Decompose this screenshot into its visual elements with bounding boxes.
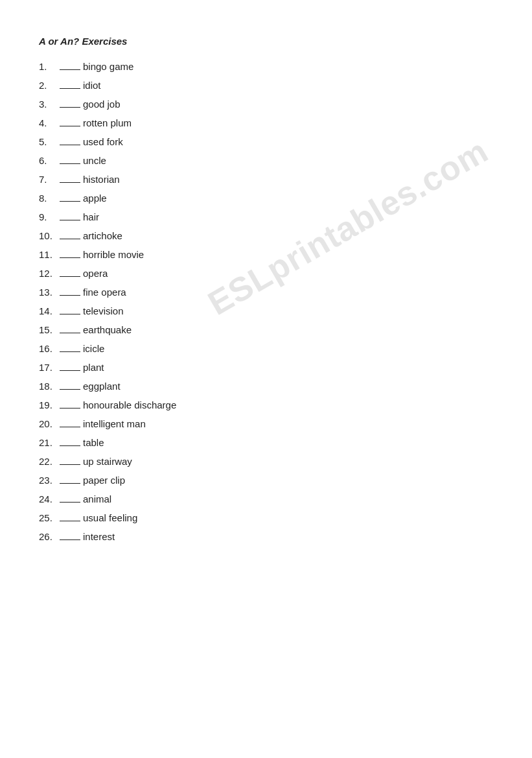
answer-blank[interactable]	[60, 333, 80, 333]
item-number: 17.	[39, 362, 60, 373]
answer-blank[interactable]	[60, 521, 80, 521]
item-text: hair	[83, 211, 99, 222]
list-item: 8.apple	[39, 193, 493, 204]
item-number: 8.	[39, 193, 60, 204]
item-text: idiot	[83, 80, 101, 91]
item-text: animal	[83, 493, 111, 504]
item-number: 12.	[39, 268, 60, 279]
list-item: 20.intelligent man	[39, 418, 493, 429]
item-number: 1.	[39, 61, 60, 72]
answer-blank[interactable]	[60, 370, 80, 371]
item-text: paper clip	[83, 475, 125, 486]
item-number: 18.	[39, 381, 60, 392]
answer-blank[interactable]	[60, 539, 80, 540]
list-item: 21.table	[39, 437, 493, 448]
item-number: 13.	[39, 287, 60, 298]
list-item: 2.idiot	[39, 80, 493, 91]
answer-blank[interactable]	[60, 220, 80, 220]
answer-blank[interactable]	[60, 182, 80, 183]
list-item: 15.earthquake	[39, 324, 493, 335]
answer-blank[interactable]	[60, 464, 80, 465]
item-text: intelligent man	[83, 418, 146, 429]
item-text: bingo game	[83, 61, 133, 72]
answer-blank[interactable]	[60, 351, 80, 352]
answer-blank[interactable]	[60, 389, 80, 390]
list-item: 14.television	[39, 305, 493, 316]
answer-blank[interactable]	[60, 445, 80, 446]
answer-blank[interactable]	[60, 107, 80, 108]
answer-blank[interactable]	[60, 126, 80, 126]
answer-blank[interactable]	[60, 201, 80, 202]
answer-blank[interactable]	[60, 427, 80, 427]
item-number: 7.	[39, 174, 60, 185]
item-number: 26.	[39, 531, 60, 542]
list-item: 19.honourable discharge	[39, 399, 493, 410]
item-number: 20.	[39, 418, 60, 429]
item-text: historian	[83, 174, 120, 185]
item-text: icicle	[83, 343, 104, 354]
item-text: plant	[83, 362, 104, 373]
item-text: used fork	[83, 136, 123, 147]
item-text: eggplant	[83, 381, 121, 392]
item-number: 19.	[39, 399, 60, 410]
list-item: 26.interest	[39, 531, 493, 542]
list-item: 1.bingo game	[39, 61, 493, 72]
item-text: artichoke	[83, 230, 122, 241]
answer-blank[interactable]	[60, 239, 80, 239]
item-number: 24.	[39, 493, 60, 504]
item-text: television	[83, 305, 124, 316]
item-text: rotten plum	[83, 117, 132, 128]
item-text: fine opera	[83, 287, 126, 298]
page: ESLprintables.com A or An? Exercises 1.b…	[0, 0, 532, 586]
answer-blank[interactable]	[60, 314, 80, 314]
answer-blank[interactable]	[60, 483, 80, 484]
list-item: 12.opera	[39, 268, 493, 279]
item-number: 10.	[39, 230, 60, 241]
item-text: table	[83, 437, 104, 448]
item-number: 11.	[39, 249, 60, 260]
list-item: 3.good job	[39, 99, 493, 110]
item-number: 16.	[39, 343, 60, 354]
list-item: 13.fine opera	[39, 287, 493, 298]
item-text: usual feeling	[83, 512, 137, 523]
answer-blank[interactable]	[60, 295, 80, 296]
item-number: 21.	[39, 437, 60, 448]
answer-blank[interactable]	[60, 276, 80, 277]
answer-blank[interactable]	[60, 145, 80, 145]
item-text: good job	[83, 99, 121, 110]
item-text: horrible movie	[83, 249, 144, 260]
list-item: 10.artichoke	[39, 230, 493, 241]
list-item: 6.uncle	[39, 155, 493, 166]
list-item: 4.rotten plum	[39, 117, 493, 128]
item-number: 2.	[39, 80, 60, 91]
answer-blank[interactable]	[60, 163, 80, 164]
item-text: apple	[83, 193, 107, 204]
item-number: 3.	[39, 99, 60, 110]
item-text: opera	[83, 268, 108, 279]
exercise-list: 1.bingo game2.idiot3.good job4.rotten pl…	[39, 61, 493, 542]
list-item: 9.hair	[39, 211, 493, 222]
item-number: 22.	[39, 456, 60, 467]
list-item: 5.used fork	[39, 136, 493, 147]
page-title: A or An? Exercises	[39, 36, 493, 47]
answer-blank[interactable]	[60, 69, 80, 70]
answer-blank[interactable]	[60, 257, 80, 258]
list-item: 18.eggplant	[39, 381, 493, 392]
item-number: 23.	[39, 475, 60, 486]
list-item: 24.animal	[39, 493, 493, 504]
item-number: 5.	[39, 136, 60, 147]
answer-blank[interactable]	[60, 88, 80, 89]
item-text: interest	[83, 531, 115, 542]
answer-blank[interactable]	[60, 502, 80, 503]
list-item: 25.usual feeling	[39, 512, 493, 523]
answer-blank[interactable]	[60, 408, 80, 409]
item-text: honourable discharge	[83, 399, 176, 410]
item-number: 15.	[39, 324, 60, 335]
list-item: 7.historian	[39, 174, 493, 185]
list-item: 11.horrible movie	[39, 249, 493, 260]
item-text: up stairway	[83, 456, 132, 467]
item-number: 6.	[39, 155, 60, 166]
list-item: 17.plant	[39, 362, 493, 373]
list-item: 23.paper clip	[39, 475, 493, 486]
list-item: 22.up stairway	[39, 456, 493, 467]
